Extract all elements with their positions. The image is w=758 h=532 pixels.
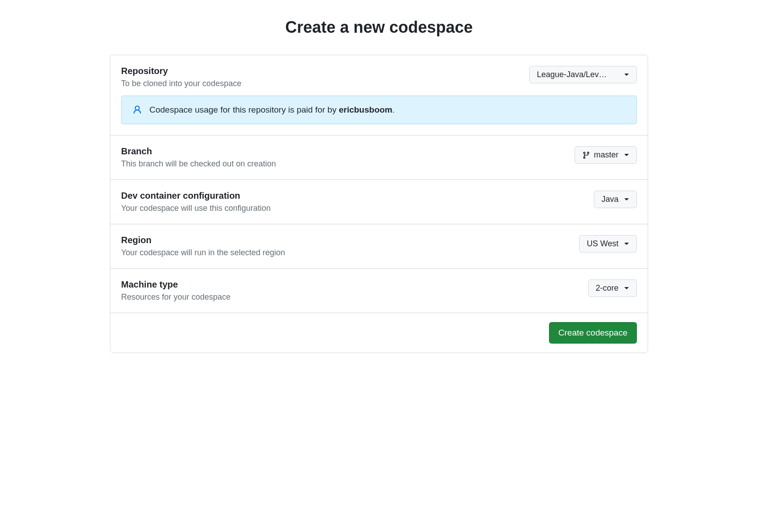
machine-type-dropdown[interactable]: 2-core (588, 279, 637, 297)
repository-section: Repository To be cloned into your codesp… (110, 55, 648, 135)
devcontainer-description: Your codespace will use this configurati… (121, 204, 585, 213)
notice-suffix: . (392, 105, 395, 114)
notice-text: Codespace usage for this repository is p… (149, 105, 395, 115)
form-footer: Create codespace (110, 313, 648, 353)
region-selected-value: US West (587, 239, 619, 249)
caret-down-icon (624, 73, 629, 77)
region-section: Region Your codespace will run in the se… (110, 224, 648, 269)
git-branch-icon (582, 151, 590, 159)
branch-selected-value: master (594, 150, 619, 160)
branch-description: This branch will be checked out on creat… (121, 159, 566, 169)
notice-prefix: Codespace usage for this repository is p… (149, 105, 339, 114)
repository-dropdown[interactable]: League-Java/Lev… (529, 66, 637, 83)
devcontainer-selected-value: Java (601, 195, 619, 204)
page-title: Create a new codespace (110, 18, 648, 37)
caret-down-icon (624, 153, 629, 157)
branch-dropdown[interactable]: master (575, 146, 637, 164)
notice-payer: ericbusboom (339, 105, 392, 114)
person-icon (132, 105, 142, 115)
repository-description: To be cloned into your codespace (121, 79, 520, 88)
repository-label: Repository (121, 66, 520, 76)
create-codespace-button[interactable]: Create codespace (549, 322, 637, 344)
region-label: Region (121, 235, 570, 245)
machine-type-description: Resources for your codespace (121, 292, 579, 302)
region-description: Your codespace will run in the selected … (121, 248, 570, 257)
caret-down-icon (624, 287, 629, 290)
machine-type-selected-value: 2-core (596, 283, 619, 293)
machine-type-label: Machine type (121, 279, 579, 290)
devcontainer-dropdown[interactable]: Java (594, 191, 637, 208)
devcontainer-label: Dev container configuration (121, 191, 585, 201)
payment-notice: Codespace usage for this repository is p… (121, 96, 637, 124)
caret-down-icon (624, 198, 629, 201)
branch-label: Branch (121, 146, 566, 157)
devcontainer-section: Dev container configuration Your codespa… (110, 180, 648, 224)
machine-type-section: Machine type Resources for your codespac… (110, 269, 648, 313)
branch-section: Branch This branch will be checked out o… (110, 135, 648, 180)
caret-down-icon (624, 242, 629, 246)
repository-selected-value: League-Java/Lev… (537, 70, 607, 79)
region-dropdown[interactable]: US West (579, 235, 637, 253)
codespace-form-panel: Repository To be cloned into your codesp… (110, 55, 648, 353)
